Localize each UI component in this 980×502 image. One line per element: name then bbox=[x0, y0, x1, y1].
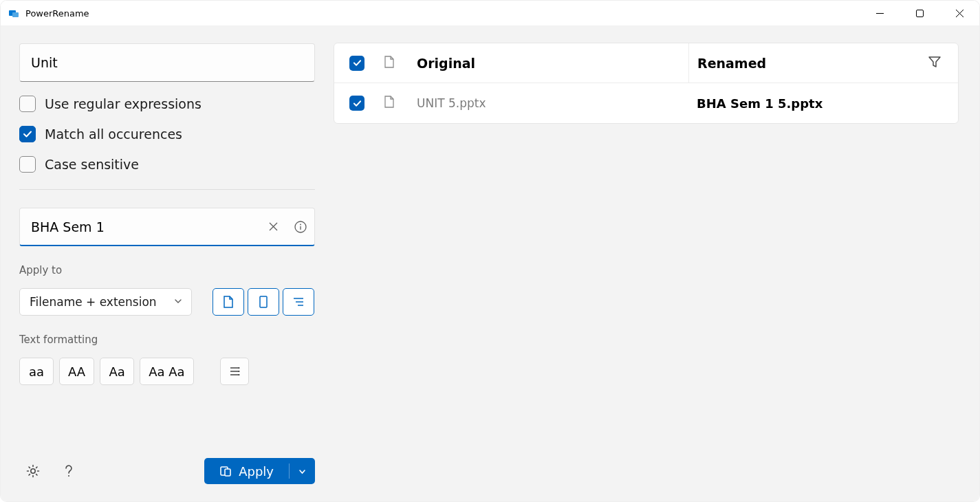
option-case-sensitive[interactable]: Case sensitive bbox=[19, 156, 315, 173]
settings-button[interactable] bbox=[19, 457, 47, 485]
text-formatting-label: Text formatting bbox=[19, 334, 315, 346]
svg-point-18 bbox=[238, 367, 239, 369]
svg-point-22 bbox=[68, 475, 69, 477]
apply-to-value: Filename + extension bbox=[30, 295, 157, 309]
svg-rect-1 bbox=[12, 12, 19, 17]
row-checkbox[interactable] bbox=[349, 96, 364, 111]
app-icon bbox=[8, 7, 20, 19]
column-renamed[interactable]: Renamed bbox=[697, 56, 924, 71]
apply-label: Apply bbox=[239, 464, 274, 479]
search-field[interactable] bbox=[19, 43, 315, 82]
include-files-toggle[interactable] bbox=[213, 288, 244, 316]
svg-point-20 bbox=[238, 374, 239, 375]
svg-point-21 bbox=[31, 469, 35, 473]
apply-to-label: Apply to bbox=[19, 264, 315, 276]
lowercase-button[interactable]: aa bbox=[19, 358, 54, 385]
window-controls bbox=[860, 1, 979, 25]
case-label: Case sensitive bbox=[45, 157, 139, 172]
chevron-down-icon bbox=[173, 295, 183, 309]
apply-dropdown[interactable] bbox=[289, 458, 315, 484]
apply-to-select[interactable]: Filename + extension bbox=[19, 288, 192, 316]
clear-icon[interactable] bbox=[259, 208, 287, 245]
file-icon bbox=[384, 56, 395, 71]
text-formatting-group: aa AA Aa Aa Aa bbox=[19, 358, 315, 385]
match-all-checkbox[interactable] bbox=[19, 126, 36, 142]
option-regex[interactable]: Use regular expressions bbox=[19, 96, 315, 112]
left-panel: Use regular expressions Match all occure… bbox=[1, 25, 334, 501]
column-original[interactable]: Original bbox=[417, 56, 688, 71]
svg-marker-25 bbox=[929, 57, 940, 67]
app-window: PowerRename Use regul bbox=[0, 0, 980, 502]
divider bbox=[19, 189, 315, 190]
preview-panel: Original Renamed UNIT 5.pp bbox=[334, 43, 959, 124]
info-icon[interactable] bbox=[287, 208, 314, 245]
right-panel-wrap: Original Renamed UNIT 5.pp bbox=[334, 25, 979, 501]
regex-label: Use regular expressions bbox=[45, 96, 202, 111]
preview-header: Original Renamed bbox=[334, 43, 958, 83]
search-input[interactable] bbox=[20, 55, 314, 70]
replace-input[interactable] bbox=[20, 219, 259, 234]
bottom-bar: Apply bbox=[19, 457, 315, 501]
select-all-checkbox[interactable] bbox=[349, 56, 364, 71]
file-icon bbox=[384, 96, 395, 111]
apply-icon bbox=[219, 465, 232, 477]
case-checkbox[interactable] bbox=[19, 156, 36, 173]
filter-button[interactable] bbox=[924, 56, 946, 71]
apply-button[interactable]: Apply bbox=[204, 458, 315, 484]
include-folders-toggle[interactable] bbox=[248, 288, 279, 316]
filter-icon bbox=[928, 56, 941, 68]
renamed-filename: BHA Sem 1 5.pptx bbox=[688, 96, 823, 111]
svg-rect-11 bbox=[260, 296, 267, 307]
svg-rect-3 bbox=[916, 10, 923, 17]
match-all-label: Match all occurences bbox=[45, 127, 182, 142]
svg-point-9 bbox=[300, 223, 301, 225]
regex-checkbox[interactable] bbox=[19, 96, 36, 112]
chevron-down-icon bbox=[298, 467, 307, 476]
minimize-button[interactable] bbox=[860, 1, 900, 25]
table-row[interactable]: UNIT 5.pptx BHA Sem 1 5.pptx bbox=[334, 83, 958, 123]
close-button[interactable] bbox=[939, 1, 979, 25]
svg-rect-24 bbox=[225, 469, 230, 476]
titlecase-button[interactable]: Aa bbox=[100, 358, 134, 385]
include-subfolders-toggle[interactable] bbox=[283, 288, 314, 316]
capitalize-each-button[interactable]: Aa Aa bbox=[140, 358, 193, 385]
enumerate-button[interactable] bbox=[220, 358, 249, 385]
uppercase-button[interactable]: AA bbox=[59, 358, 94, 385]
option-match-all[interactable]: Match all occurences bbox=[19, 126, 315, 142]
titlebar: PowerRename bbox=[1, 1, 979, 25]
app-title: PowerRename bbox=[25, 8, 89, 19]
replace-field[interactable] bbox=[19, 208, 315, 246]
original-filename: UNIT 5.pptx bbox=[417, 96, 688, 110]
include-toggles bbox=[213, 288, 314, 316]
maximize-button[interactable] bbox=[900, 1, 939, 25]
help-button[interactable] bbox=[55, 457, 83, 485]
help-icon bbox=[62, 463, 76, 479]
svg-point-19 bbox=[238, 371, 239, 372]
gear-icon bbox=[25, 463, 41, 479]
